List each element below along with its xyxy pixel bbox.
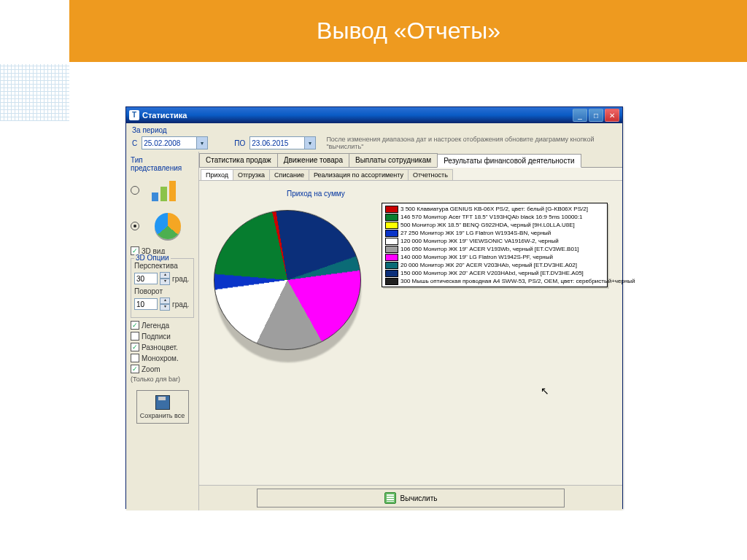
- main-tab[interactable]: Статистика продаж: [199, 153, 278, 167]
- maximize-button[interactable]: □: [589, 109, 603, 122]
- slide-decoration: [0, 64, 69, 121]
- sub-tab[interactable]: Реализация по ассортименту: [309, 169, 409, 180]
- perspective-spinner[interactable]: ▴▾ град.: [134, 272, 190, 285]
- rotation-label: Поворот: [134, 287, 190, 295]
- statistics-window: T Статистика _ □ ✕ За период С 25.02.200…: [125, 106, 623, 509]
- legend-item: 20 000 Монитор ЖК 20" ACER V203HAb, черн…: [385, 261, 604, 269]
- date-to-input[interactable]: 23.06.2015 ▾: [249, 136, 316, 149]
- close-button[interactable]: ✕: [605, 109, 619, 122]
- main-tab[interactable]: Движение товара: [277, 153, 349, 167]
- floppy-icon: [155, 395, 170, 410]
- sub-tab[interactable]: Списание: [269, 169, 309, 180]
- legend-item: 106 050 Монитор ЖК 19" ACER V193Wb, черн…: [385, 245, 604, 253]
- rotation-input[interactable]: [134, 298, 158, 310]
- window-title: Статистика: [142, 111, 573, 120]
- labels-checkbox[interactable]: Подписи: [131, 332, 194, 341]
- legend-item: 500 Монитор ЖК 18.5" BENQ G922HDA, черны…: [385, 221, 604, 229]
- legend-item: 120 000 Монитор ЖК 19" VIEWSONIC VA1916W…: [385, 237, 604, 245]
- legend-item: 146 570 Монитор Acer TFT 18.5" V193HQAb …: [385, 213, 604, 221]
- mono-checkbox[interactable]: Монохром.: [131, 354, 194, 362]
- right-panel: Статистика продажДвижение товараВыплаты …: [199, 152, 622, 510]
- from-label: С: [132, 139, 137, 147]
- view-pie-radio[interactable]: [131, 209, 194, 244]
- period-label: За период: [132, 126, 167, 134]
- sub-tab[interactable]: Отгрузка: [233, 169, 270, 180]
- minimize-button[interactable]: _: [573, 109, 587, 122]
- view-bar-radio[interactable]: [131, 175, 194, 206]
- dropdown-icon[interactable]: ▾: [304, 137, 315, 149]
- bar-chart-icon: [150, 178, 185, 203]
- sub-tabs: ПриходОтгрузкаСписаниеРеализация по ассо…: [199, 168, 622, 181]
- left-panel: Тип представления ✓3D вид 3D Опции Персп…: [126, 152, 199, 510]
- legend-checkbox[interactable]: ✓Легенда: [131, 321, 194, 330]
- dropdown-icon[interactable]: ▾: [196, 137, 207, 149]
- main-tab[interactable]: Результаты финансовой деятельности: [437, 154, 581, 168]
- calculator-icon: [384, 492, 396, 504]
- legend-item: 150 000 Монитор ЖК 20" ACER V203HAbd, че…: [385, 269, 604, 277]
- app-icon: T: [129, 110, 139, 120]
- main-tab[interactable]: Выплаты сотрудникам: [349, 153, 438, 167]
- 3d-options-group: 3D Опции Перспектива ▴▾ град. Поворот ▴▾…: [131, 258, 194, 318]
- compute-button[interactable]: Вычислить: [257, 489, 565, 508]
- zoom-hint: (Только для bar): [131, 376, 194, 383]
- perspective-input[interactable]: [134, 273, 158, 284]
- perspective-label: Перспектива: [134, 262, 190, 270]
- legend-item: 3 500 Клавиатура GENIUS KB-06X PS/2, цве…: [385, 205, 604, 213]
- legend-item: 27 250 Монитор ЖК 19" LG Flatron W1934S-…: [385, 229, 604, 237]
- zoom-checkbox[interactable]: ✓Zoom: [131, 365, 194, 373]
- to-label: ПО: [234, 139, 245, 147]
- cursor-icon: ↖: [541, 385, 549, 397]
- period-hint: После изменения диапазона дат и настроек…: [326, 136, 616, 150]
- chart-title: Приход на сумму: [287, 190, 345, 198]
- pie-chart: [214, 206, 367, 359]
- view-type-label: Тип представления: [131, 156, 194, 172]
- slide-title: Вывод «Отчеты»: [69, 0, 747, 62]
- chart-area: Приход на сумму 3 500 Клавиатура GENIUS …: [199, 181, 622, 485]
- pie-chart-icon: [155, 213, 181, 239]
- chart-legend: 3 500 Клавиатура GENIUS KB-06X PS/2, цве…: [382, 203, 608, 287]
- date-from-input[interactable]: 25.02.2008 ▾: [142, 136, 208, 149]
- date-to-value: 23.06.2015: [252, 139, 288, 147]
- color-checkbox[interactable]: ✓Разноцвет.: [131, 343, 194, 351]
- period-bar: За период С 25.02.2008 ▾ ПО 23.06.2015 ▾…: [126, 123, 622, 152]
- legend-item: 140 000 Монитор ЖК 19" LG Flatron W1942S…: [385, 253, 604, 261]
- save-all-button[interactable]: Сохранить все: [136, 390, 189, 424]
- sub-tab[interactable]: Приход: [201, 169, 233, 180]
- 3d-options-label: 3D Опции: [134, 254, 171, 262]
- legend-item: 300 Мышь оптическая проводная A4 SWW-53,…: [385, 277, 604, 285]
- main-tabs: Статистика продажДвижение товараВыплаты …: [199, 152, 622, 168]
- rotation-spinner[interactable]: ▴▾ град.: [134, 298, 190, 311]
- titlebar[interactable]: T Статистика _ □ ✕: [126, 107, 622, 123]
- sub-tab[interactable]: Отчетность: [408, 169, 453, 180]
- date-from-value: 25.02.2008: [144, 139, 180, 147]
